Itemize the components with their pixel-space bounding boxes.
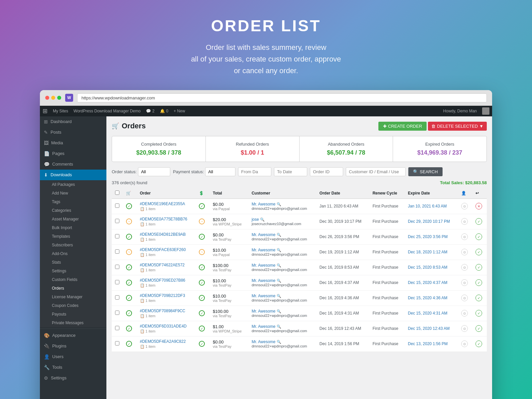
order-id-link[interactable]: #DEMO5DF708984F9CC (140, 309, 193, 313)
action-approve-icon[interactable]: ✓ (475, 279, 482, 286)
create-order-button[interactable]: ✚ CREATE ORDER (378, 122, 427, 131)
sidebar-item-posts[interactable]: ✎ Posts (40, 127, 106, 138)
pingbacks-menu[interactable]: 🔔 0 (160, 109, 169, 113)
action-approve-icon[interactable]: ✓ (475, 264, 482, 271)
action-approve-icon[interactable]: ✓ (475, 233, 482, 240)
expire-date-link[interactable]: Dec 15, 2020 8:53 AM (408, 265, 448, 270)
from-date-input[interactable] (238, 167, 271, 176)
customer-search-icon[interactable]: 🔍 (277, 325, 281, 329)
payment-status-select[interactable]: All Paid Refunded (205, 167, 235, 176)
expire-date-link[interactable]: Dec 13, 2020 1:56 PM (408, 341, 448, 346)
row-checkbox[interactable] (115, 219, 119, 223)
customer-search-icon[interactable]: 🔍 (277, 309, 281, 313)
customer-search-icon[interactable]: 🔍 (277, 202, 281, 206)
order-id-link[interactable]: #DEMO5E196EAE2355A (140, 201, 193, 206)
sidebar-item-pages[interactable]: 📄 Pages (40, 148, 106, 159)
order-id-link[interactable]: #DEMO5DF6D331ADE4D (140, 324, 193, 329)
submenu-item-subscribers[interactable]: Subscribers (40, 241, 106, 249)
action-cancel-icon[interactable]: ✕ (475, 203, 482, 209)
submenu-item-settings[interactable]: Settings (40, 267, 106, 275)
submenu-item-private-messages[interactable]: Private Messages (40, 319, 106, 327)
order-id-link[interactable]: #DEMO5DF709B212DF3 (140, 293, 193, 298)
row-checkbox[interactable] (115, 311, 119, 315)
submenu-item-license-manager[interactable]: License Manager (40, 293, 106, 301)
submenu-item-add-new[interactable]: Add New (40, 189, 106, 198)
comments-menu[interactable]: 💬 2 (146, 109, 155, 113)
search-button[interactable]: 🔍 SEARCH (408, 167, 442, 176)
action-icon-1[interactable]: ⊙ (461, 295, 468, 301)
action-icon-1[interactable]: ⊙ (461, 233, 468, 240)
order-id-link[interactable]: #DEMO5DF709ED27B86 (140, 278, 193, 283)
submenu-item-templates[interactable]: Templates (40, 232, 106, 241)
wp-logo-icon[interactable]: ⊞ (43, 107, 48, 115)
sidebar-item-users[interactable]: 👤 Users (40, 351, 106, 362)
order-status-select[interactable]: All Completed Pending Cancelled (138, 167, 170, 176)
expire-date-link[interactable]: Dec 15, 2020 12:43 AM (408, 326, 450, 331)
action-approve-icon[interactable]: ✓ (475, 249, 482, 255)
order-id-input[interactable] (310, 167, 343, 176)
action-icon-1[interactable]: ⊙ (461, 340, 468, 347)
customer-search-icon[interactable]: 🔍 (277, 294, 281, 298)
submenu-item-custom-fields[interactable]: Custom Fields (40, 275, 106, 284)
sidebar-item-settings[interactable]: ⚙ Settings (40, 373, 106, 383)
submenu-item-asset-manager[interactable]: Asset Manager (40, 215, 106, 223)
submenu-item-orders[interactable]: Orders (40, 284, 106, 293)
site-name-menu[interactable]: WordPress Download Manager Demo (73, 109, 141, 113)
action-icon-1[interactable]: ⊙ (461, 310, 468, 317)
action-icon-1[interactable]: ⊙ (461, 218, 468, 225)
submenu-item-categories[interactable]: Categories (40, 206, 106, 215)
new-menu[interactable]: + New (174, 109, 185, 113)
action-icon-1[interactable]: ⊙ (461, 249, 468, 255)
expire-date-link[interactable]: Dec 29, 2020 10:17 PM (408, 219, 450, 224)
action-icon-1[interactable]: ⊙ (461, 264, 468, 271)
submenu-item-bulk-import[interactable]: Bulk Import (40, 223, 106, 232)
expire-date-link[interactable]: Dec 15, 2020 4:37 AM (408, 280, 448, 285)
customer-search-icon[interactable]: 🔍 (277, 279, 281, 283)
customer-search-icon[interactable]: 🔍 (277, 248, 281, 252)
submenu-item-tags[interactable]: Tags (40, 198, 106, 206)
action-approve-icon[interactable]: ✓ (475, 218, 482, 225)
customer-search-icon[interactable]: 🔍 (277, 263, 281, 267)
row-checkbox[interactable] (115, 234, 119, 238)
customer-search-icon[interactable]: 🔍 (277, 340, 281, 344)
action-icon-1[interactable]: ⊙ (461, 203, 468, 209)
order-id-link[interactable]: #DEMO5DF74622AE572 (140, 263, 193, 267)
row-checkbox[interactable] (115, 280, 119, 284)
row-checkbox[interactable] (115, 341, 119, 345)
select-all-checkbox[interactable] (115, 191, 119, 195)
sidebar-item-tools[interactable]: 🔧 Tools (40, 362, 106, 373)
action-approve-icon[interactable]: ✓ (475, 340, 482, 347)
submenu-item-all-packages[interactable]: All Packages (40, 180, 106, 189)
expire-date-link[interactable]: Jan 10, 2021 6:43 AM (408, 204, 447, 208)
row-checkbox[interactable] (115, 203, 119, 208)
expire-date-link[interactable]: Dec 15, 2020 4:36 AM (408, 296, 448, 300)
action-icon-1[interactable]: ⊙ (461, 325, 468, 332)
my-sites-menu[interactable]: My Sites (53, 109, 68, 113)
row-checkbox[interactable] (115, 249, 119, 254)
order-id-link[interactable]: #DEMO5DF4EA2A9C822 (140, 339, 193, 344)
submenu-item-payouts[interactable]: Payouts (40, 310, 106, 319)
sidebar-item-appearance[interactable]: 🎨 Appearance (40, 330, 106, 341)
sidebar-item-plugins[interactable]: 🔌 Plugins (40, 341, 106, 351)
sidebar-item-dashboard[interactable]: ⊞ Dashboard (40, 116, 106, 127)
row-checkbox[interactable] (115, 265, 119, 269)
order-id-link[interactable]: #DEMO5E0A775E78BB76 (140, 217, 193, 221)
customer-search-icon[interactable]: 🔍 (260, 217, 265, 221)
expire-date-link[interactable]: Dec 15, 2020 4:31 AM (408, 311, 448, 316)
sidebar-item-downloads[interactable]: ⬇ Downloads (40, 170, 106, 180)
submenu-item-stats[interactable]: Stats (40, 258, 106, 267)
order-id-link[interactable]: #DEMO5E04D812BE9AB (140, 232, 193, 237)
expire-date-link[interactable]: Dec 18, 2020 1:12 AM (408, 250, 448, 254)
customer-search-icon[interactable]: 🔍 (277, 233, 281, 237)
submenu-item-coupon-codes[interactable]: Coupon Codes (40, 301, 106, 310)
action-approve-icon[interactable]: ✓ (475, 325, 482, 332)
delete-selected-button[interactable]: 🗑 DELETE SELECTED ▼ (428, 122, 487, 131)
row-checkbox[interactable] (115, 295, 119, 300)
sidebar-item-comments[interactable]: 💬 Comments (40, 159, 106, 170)
expire-date-link[interactable]: Dec 25, 2020 3:56 PM (408, 234, 448, 239)
action-approve-icon[interactable]: ✓ (475, 295, 482, 301)
to-date-input[interactable] (274, 167, 307, 176)
row-checkbox[interactable] (115, 326, 119, 330)
order-id-link[interactable]: #DEMO5DFACE63EF260 (140, 247, 193, 252)
submenu-item-add-ons[interactable]: Add-Ons (40, 249, 106, 258)
